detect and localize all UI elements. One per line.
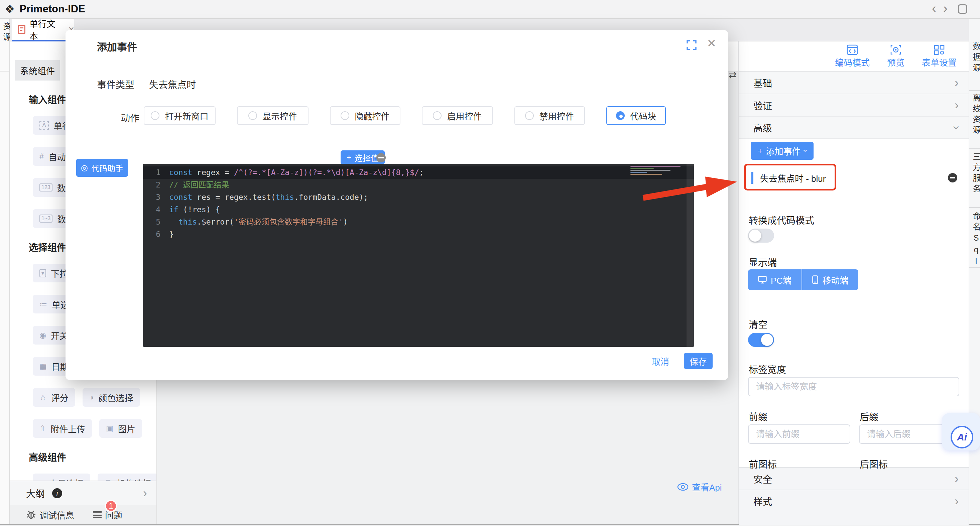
code-token: .$error(: [197, 216, 234, 228]
remove-action-icon[interactable]: [376, 153, 386, 162]
save-button[interactable]: 保存: [684, 353, 713, 369]
code-token: this: [276, 191, 294, 203]
prefix-input[interactable]: [748, 424, 850, 444]
remove-event-icon[interactable]: [948, 173, 957, 183]
back-icon-label: 后图标: [860, 457, 888, 470]
strip-tab-4[interactable]: 命名Sql: [970, 212, 980, 269]
toggle-knob: [749, 230, 761, 242]
radio-icon[interactable]: [433, 111, 442, 120]
panel-tail: [739, 512, 969, 525]
radio-icon[interactable]: [525, 111, 534, 120]
code-editor[interactable]: 1const regex = /^(?=.*[A-Za-z])(?=.*\d)[…: [143, 164, 694, 347]
add-event-dialog: 添加事件 × 事件类型 失去焦点时 动作 打开新窗口显示控件隐藏控件启用控件禁用…: [65, 30, 728, 380]
chevron-down-icon: ›: [801, 149, 810, 152]
front-icon-label: 前图标: [749, 457, 777, 470]
ai-assistant-button[interactable]: Ai: [951, 426, 973, 448]
section-label: 验证: [753, 99, 772, 112]
line-number: 2: [143, 179, 169, 191]
radio-selected-icon[interactable]: [616, 111, 625, 120]
number-icon: 123: [40, 183, 52, 191]
code-token: }: [169, 228, 174, 241]
palette-tab-系统组件[interactable]: 系统组件: [15, 60, 60, 81]
section-row-高级[interactable]: 高级›: [739, 117, 969, 139]
history-back-button[interactable]: ‹: [932, 2, 936, 15]
component-机构选择[interactable]: 品机构选择: [98, 474, 157, 481]
range-icon: 1~3: [40, 215, 52, 222]
display-side-segmented: PC端移动端: [748, 269, 858, 290]
chevron-down-icon: ›: [950, 126, 964, 130]
pick-value-label: 选择值: [355, 152, 379, 164]
action-option-隐藏控件[interactable]: 隐藏控件: [330, 106, 401, 125]
radio-icon[interactable]: [248, 111, 257, 120]
chevron-right-icon[interactable]: ›: [143, 486, 147, 500]
预览-button[interactable]: 预览: [887, 44, 904, 68]
section-row-验证[interactable]: 验证›: [739, 94, 969, 117]
panel-sections: 基础›验证›高级›: [739, 72, 969, 139]
clear-toggle[interactable]: [748, 333, 774, 347]
action-option-禁用控件[interactable]: 禁用控件: [514, 106, 585, 125]
view-api-link[interactable]: 查看Api: [677, 481, 722, 493]
outline-row[interactable]: 大纲 i ›: [10, 481, 157, 505]
strip-tab-2[interactable]: 离线资源: [970, 94, 980, 136]
component-评分[interactable]: ☆评分: [33, 388, 75, 407]
action-option-打开新窗口[interactable]: 打开新窗口: [144, 106, 216, 125]
action-option-启用控件[interactable]: 启用控件: [422, 106, 493, 125]
component-颜色选择[interactable]: ◑颜色选择: [83, 388, 140, 407]
radio-icon[interactable]: [340, 111, 349, 120]
section-row-security[interactable]: 安全 ›: [739, 467, 969, 489]
panel-collapse-icon[interactable]: ⇄: [729, 70, 737, 81]
add-event-label: 添加事件: [766, 145, 801, 157]
code-line: 5 this.$error('密码必须包含数字和字母组合'): [143, 216, 694, 228]
display-option-移动端[interactable]: 移动端: [802, 269, 858, 290]
action-label: 动作: [121, 111, 139, 124]
code-assistant-button[interactable]: ◎ 代码助手: [76, 159, 128, 177]
action-option-label: 启用控件: [447, 110, 482, 122]
add-event-button[interactable]: + 添加事件 ›: [751, 142, 813, 160]
component-人员选择[interactable]: ○人员选择: [33, 474, 90, 481]
component-label: 图片: [118, 423, 135, 435]
fullscreen-icon[interactable]: [687, 40, 697, 50]
strip-tab-1[interactable]: 数据源: [970, 42, 980, 74]
dialog-footer: 取消 保存: [652, 353, 713, 369]
section-row-基础[interactable]: 基础›: [739, 72, 969, 94]
chevron-right-icon: ›: [955, 98, 959, 112]
window-restore-icon[interactable]: [958, 4, 967, 14]
表单设置-button[interactable]: 表单设置: [922, 44, 956, 68]
document-icon: [18, 25, 25, 34]
action-options: 打开新窗口显示控件隐藏控件启用控件禁用控件代码块: [144, 106, 666, 125]
code-token: const: [169, 191, 192, 203]
component-图片[interactable]: ▣图片: [99, 419, 142, 438]
debug-info-button[interactable]: 调试信息: [26, 509, 74, 521]
component-label: 人员选择: [49, 477, 84, 481]
tab-label: 单行文本: [29, 17, 64, 42]
component-附件上传[interactable]: ⇧附件上传: [33, 419, 92, 438]
suffix-label: 后缀: [860, 410, 878, 423]
action-option-显示控件[interactable]: 显示控件: [237, 106, 309, 125]
convert-code-mode-toggle[interactable]: [748, 229, 774, 243]
cancel-button[interactable]: 取消: [652, 355, 669, 367]
app-logo-icon: ❖: [5, 2, 15, 16]
label-width-input[interactable]: [748, 377, 959, 396]
component-row: ○人员选择品机构选择: [33, 474, 156, 481]
plus-icon: +: [757, 146, 762, 156]
close-icon[interactable]: ×: [707, 35, 716, 51]
code-token: .formData.code);: [294, 191, 368, 203]
strip-tab-3[interactable]: 三方服务: [970, 153, 980, 195]
编码模式-button[interactable]: 编码模式: [835, 44, 870, 68]
history-forward-button[interactable]: ›: [943, 2, 948, 15]
radio-icon[interactable]: [151, 111, 159, 120]
section-row-style[interactable]: 样式 ›: [739, 489, 969, 512]
title-bar: ❖ Primeton-IDE: [0, 0, 980, 19]
strip-divider: [969, 267, 980, 268]
action-option-代码块[interactable]: 代码块: [606, 106, 666, 125]
display-option-PC端[interactable]: PC端: [748, 269, 802, 290]
color-icon: ◑: [89, 393, 94, 402]
toggle-knob: [761, 334, 773, 346]
clear-label: 清空: [749, 318, 767, 331]
editor-toolbar: 编码模式预览表单设置: [739, 41, 969, 72]
code-token: [169, 216, 178, 228]
toolbar-button-label: 编码模式: [835, 56, 870, 68]
code-line: 2// 返回匹配结果: [143, 179, 694, 191]
dropdown-icon: ▾: [40, 269, 46, 277]
tab-single-line-text[interactable]: 单行文本 ×: [12, 19, 74, 40]
